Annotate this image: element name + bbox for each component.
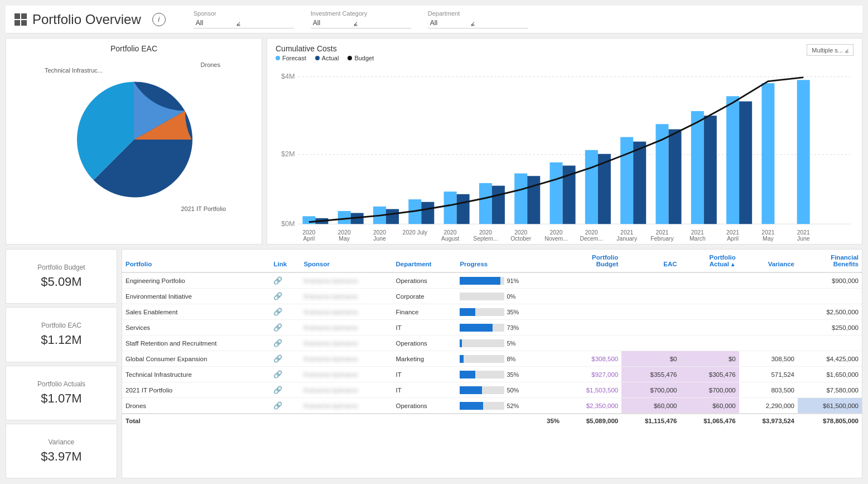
footer-financial: $78,805,000 xyxy=(798,414,862,428)
cell-budget xyxy=(563,289,621,304)
col-financial-benefits[interactable]: FinancialBenefits xyxy=(798,250,862,272)
link-icon[interactable]: 🔗 xyxy=(273,386,282,394)
pie-label-2021it: 2021 IT Portfolio xyxy=(181,205,226,212)
svg-text:2021: 2021 xyxy=(691,229,704,236)
footer-label: Total xyxy=(122,414,270,428)
budget-dot xyxy=(348,56,352,60)
svg-rect-20 xyxy=(550,162,563,224)
cell-department: Operations xyxy=(393,272,457,289)
col-link[interactable]: Link xyxy=(270,250,300,272)
sponsor-value: All xyxy=(196,19,203,27)
link-icon[interactable]: 🔗 xyxy=(273,370,282,378)
link-icon[interactable]: 🔗 xyxy=(273,323,282,332)
cell-department: IT xyxy=(393,382,457,398)
department-filter: Department All ⦤ xyxy=(428,10,528,28)
kpi-eac: Portfolio EAC $1.12M xyxy=(6,307,117,362)
cell-portfolio-name: Staff Retention and Recruitment xyxy=(122,336,270,351)
cell-eac xyxy=(621,289,680,304)
cell-financial-benefits: $4,425,000 xyxy=(798,351,862,367)
budget-label: Budget xyxy=(354,55,374,61)
svg-rect-33 xyxy=(797,80,810,224)
link-icon[interactable]: 🔗 xyxy=(273,276,282,285)
cell-budget xyxy=(563,272,621,289)
cell-link[interactable]: 🔗 xyxy=(270,336,300,351)
cell-link[interactable]: 🔗 xyxy=(270,320,300,336)
table-header-row: Portfolio Link Sponsor Department Progre… xyxy=(122,250,862,272)
cell-sponsor: firstname.lastname xyxy=(300,367,392,382)
sponsor-select[interactable]: All ⦤ xyxy=(194,18,294,28)
cell-eac: $60,000 xyxy=(621,398,680,414)
svg-rect-14 xyxy=(444,191,457,224)
department-filter-label: Department xyxy=(428,10,528,17)
svg-text:2021: 2021 xyxy=(761,229,774,236)
info-icon[interactable]: i xyxy=(152,13,166,26)
cell-progress: 35% xyxy=(456,304,563,320)
cell-variance: 571,524 xyxy=(739,367,798,382)
col-portfolio-budget[interactable]: PortfolioBudget xyxy=(563,250,621,272)
cell-financial-benefits xyxy=(798,336,862,351)
investment-filter-label: Investment Category xyxy=(311,10,411,17)
table-row: Drones🔗firstname.lastnameOperations52%$2… xyxy=(122,398,862,414)
cell-link[interactable]: 🔗 xyxy=(270,398,300,414)
svg-text:2020: 2020 xyxy=(550,229,563,236)
svg-rect-15 xyxy=(457,194,470,224)
actual-label: Actual xyxy=(322,55,339,61)
kpi-actuals-label: Portfolio Actuals xyxy=(37,380,85,388)
cell-link[interactable]: 🔗 xyxy=(270,272,300,289)
svg-text:June: June xyxy=(797,236,810,242)
cell-portfolio-name: Drones xyxy=(122,398,270,414)
svg-text:January: January xyxy=(616,236,638,242)
svg-text:2020: 2020 xyxy=(514,229,527,236)
link-icon[interactable]: 🔗 xyxy=(273,401,282,410)
cell-variance xyxy=(739,320,798,336)
forecast-dot xyxy=(276,56,280,60)
pie-title: Portfolio EAC xyxy=(110,44,157,53)
col-eac[interactable]: EAC xyxy=(621,250,680,272)
svg-text:2020: 2020 xyxy=(373,229,386,236)
cell-portfolio-name: Environmental Initiative xyxy=(122,289,270,304)
svg-text:Novem...: Novem... xyxy=(544,236,567,242)
link-icon[interactable]: 🔗 xyxy=(273,292,282,300)
department-select[interactable]: All ⦤ xyxy=(428,18,528,28)
costs-header: Cumulative Costs Forecast Actual Budg xyxy=(276,44,853,61)
svg-text:2021: 2021 xyxy=(620,229,633,236)
col-portfolio[interactable]: Portfolio xyxy=(122,250,270,272)
svg-rect-11 xyxy=(386,209,399,224)
col-variance[interactable]: Variance xyxy=(739,250,798,272)
col-portfolio-actual[interactable]: PortfolioActual▲ xyxy=(681,250,739,272)
cell-eac: $700,000 xyxy=(621,382,680,398)
cell-portfolio-name: Technical Infrastructure xyxy=(122,367,270,382)
col-sponsor[interactable]: Sponsor xyxy=(300,250,392,272)
cell-link[interactable]: 🔗 xyxy=(270,289,300,304)
chart-area: $4M $2M $0M xyxy=(276,67,853,242)
costs-title-area: Cumulative Costs Forecast Actual Budg xyxy=(276,44,374,61)
multi-select-button[interactable]: Multiple s... ⦤ xyxy=(807,44,853,56)
col-department[interactable]: Department xyxy=(393,250,457,272)
cell-link[interactable]: 🔗 xyxy=(270,382,300,398)
sort-arrow: ▲ xyxy=(730,261,736,267)
svg-rect-22 xyxy=(585,150,598,224)
cell-financial-benefits: $61,500,000 xyxy=(798,398,862,414)
link-icon[interactable]: 🔗 xyxy=(273,308,282,316)
cell-link[interactable]: 🔗 xyxy=(270,351,300,367)
svg-rect-25 xyxy=(633,142,646,224)
sponsor-chevron: ⦤ xyxy=(237,19,240,27)
cell-budget: $2,350,000 xyxy=(563,398,621,414)
header: Portfolio Overview i Sponsor All ⦤ Inves… xyxy=(6,6,862,33)
kpi-budget: Portfolio Budget $5.09M xyxy=(6,249,117,304)
investment-select[interactable]: All ⦤ xyxy=(311,18,411,28)
link-icon[interactable]: 🔗 xyxy=(273,354,282,363)
sponsor-filter-label: Sponsor xyxy=(194,10,294,17)
svg-text:2020: 2020 xyxy=(338,229,351,236)
svg-rect-30 xyxy=(726,96,739,224)
svg-text:Decem...: Decem... xyxy=(580,236,603,242)
col-progress[interactable]: Progress xyxy=(456,250,563,272)
kpi-budget-value: $5.09M xyxy=(41,275,81,289)
svg-text:April: April xyxy=(727,236,739,242)
cell-link[interactable]: 🔗 xyxy=(270,304,300,320)
footer-department xyxy=(393,414,457,428)
svg-rect-24 xyxy=(620,137,633,224)
cell-link[interactable]: 🔗 xyxy=(270,367,300,382)
link-icon[interactable]: 🔗 xyxy=(273,339,282,347)
cell-progress: 35% xyxy=(456,367,563,382)
